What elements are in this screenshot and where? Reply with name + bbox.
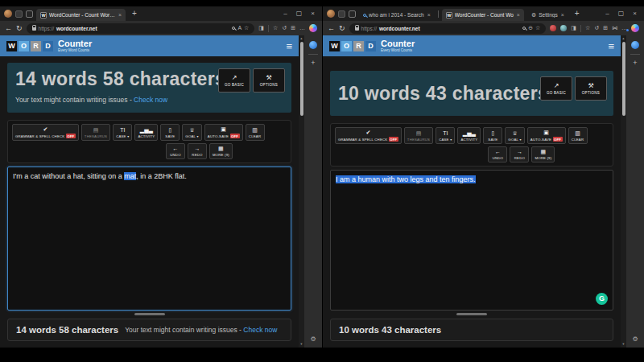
toolbar-button-more[interactable]: ▦MORE (9) <box>209 143 233 159</box>
copilot-icon[interactable] <box>309 24 317 32</box>
scroll-down-icon[interactable]: ▾ <box>300 343 302 347</box>
toolbar-button-undo[interactable]: ←UNDO <box>488 146 507 162</box>
tab-close-icon[interactable]: × <box>118 12 122 18</box>
favorites-icon[interactable]: ☆ <box>585 25 590 31</box>
tab-wordcounter[interactable]: W WordCounter - Count Wo × <box>442 9 524 21</box>
refresh-icon[interactable]: ↻ <box>16 25 23 32</box>
more-menu-icon[interactable]: … <box>299 25 305 31</box>
scroll-up-icon[interactable]: ▴ <box>622 37 624 41</box>
workspaces-icon[interactable] <box>15 10 23 18</box>
tab-settings[interactable]: ⚙ Settings × <box>527 9 568 21</box>
sidebar-settings-icon[interactable]: ⚙ <box>632 336 638 343</box>
back-icon[interactable]: ← <box>328 25 335 32</box>
bing-sidebar-icon[interactable] <box>309 41 317 49</box>
profile-avatar[interactable] <box>4 10 12 18</box>
tab-actions-icon[interactable] <box>349 10 356 18</box>
tab-close-icon[interactable]: × <box>517 12 520 18</box>
go-basic-button[interactable]: ↗ GO BASIC <box>540 76 572 101</box>
new-tab-button[interactable]: + <box>132 10 137 18</box>
toolbar-button-save[interactable]: ▯SAVE <box>483 127 502 144</box>
go-basic-button[interactable]: ↗ GO BASIC <box>218 68 250 93</box>
toolbar-button-clear[interactable]: ▥CLEAR <box>568 127 588 144</box>
toolbar-button-auto-save[interactable]: ▣AUTO-SAVEOFF <box>527 127 566 144</box>
toolbar-button-grammar-spell-check[interactable]: ✔GRAMMAR & SPELL CHECKOFF <box>335 127 402 144</box>
page-scrollbar[interactable]: ▴ ▾ <box>621 35 626 348</box>
minimize-button[interactable]: – <box>280 6 291 21</box>
favorite-star-icon[interactable]: ☆ <box>244 25 249 31</box>
adblock-extension-icon[interactable] <box>550 25 556 31</box>
split-screen-icon[interactable]: ◨ <box>258 25 264 31</box>
page-scrollbar[interactable]: ▴ ▾ <box>299 35 304 348</box>
copilot-icon[interactable] <box>631 24 639 32</box>
bing-sidebar-icon[interactable] <box>631 41 639 49</box>
toolbar-button-thesaurus[interactable]: ▤THESAURUS <box>404 127 433 144</box>
address-bar[interactable]: https:// wordcounter.net ⊖ ☆ <box>349 23 547 34</box>
history-icon[interactable]: ↺ <box>282 25 287 31</box>
tab-close-icon[interactable]: × <box>561 12 564 18</box>
resize-handle[interactable] <box>456 313 487 315</box>
scrollbar-thumb[interactable] <box>300 42 303 116</box>
maximize-button[interactable]: ▢ <box>616 6 626 21</box>
favorite-star-icon[interactable]: ☆ <box>535 25 540 31</box>
toolbar-button-save[interactable]: ▯SAVE <box>160 124 180 141</box>
toolbar-button-activity[interactable]: ▂▅▃ACTIVITY <box>134 124 158 141</box>
scroll-down-icon[interactable]: ▾ <box>622 343 624 347</box>
sidebar-add-icon[interactable]: + <box>311 60 315 67</box>
zoom-search-icon[interactable] <box>522 27 526 30</box>
address-bar[interactable]: https:// wordcounter.net A ☆ <box>27 23 255 34</box>
toolbar-button-thesaurus[interactable]: ▤THESAURUS <box>81 124 110 141</box>
toolbar-button-clear[interactable]: ▥CLEAR <box>246 124 265 141</box>
close-button[interactable]: × <box>630 6 640 21</box>
scrollbar-thumb[interactable] <box>622 42 625 116</box>
tab-close-icon[interactable]: × <box>427 12 431 18</box>
back-icon[interactable]: ← <box>5 25 12 32</box>
extension-icon[interactable] <box>560 25 567 31</box>
toolbar-button-auto-save[interactable]: ▣AUTO-SAVEOFF <box>204 124 243 141</box>
tracking-prevention-icon[interactable]: ⊖ <box>528 25 533 31</box>
read-aloud-icon[interactable]: A <box>237 25 242 31</box>
toolbar-button-case[interactable]: TICASE▾ <box>113 124 132 141</box>
toolbar-button-grammar-spell-check[interactable]: ✔GRAMMAR & SPELL CHECKOFF <box>12 124 79 141</box>
toolbar-button-goal[interactable]: ♕GOAL▾ <box>505 127 524 144</box>
zoom-search-icon[interactable] <box>232 27 235 30</box>
refresh-icon[interactable]: ↻ <box>339 25 345 32</box>
toolbar-button-redo[interactable]: →REDO <box>188 143 207 159</box>
hamburger-menu-icon[interactable]: ≡ <box>608 41 614 51</box>
toolbar-button-redo[interactable]: →REDO <box>510 146 529 162</box>
check-now-link[interactable]: Check now <box>134 96 167 104</box>
tab-search[interactable]: who am i 2014 - Search × <box>359 9 435 21</box>
scroll-up-icon[interactable]: ▴ <box>300 37 302 41</box>
toolbar-button-undo[interactable]: ←UNDO <box>166 143 185 159</box>
hamburger-menu-icon[interactable]: ≡ <box>286 41 292 51</box>
footer-check-now-link[interactable]: Check now <box>243 326 277 334</box>
toolbar-button-goal[interactable]: ♕GOAL▾ <box>182 124 201 141</box>
split-screen-icon[interactable]: ◨ <box>571 25 576 31</box>
options-button[interactable]: ⚒ OPTIONS <box>575 76 607 101</box>
text-editor[interactable]: I am a human with two legs and ten finge… <box>330 170 613 311</box>
tab-wordcounter[interactable]: W WordCounter - Count Words & C × <box>36 9 126 21</box>
close-button[interactable]: × <box>308 6 318 21</box>
wordcounter-logo[interactable]: W O R D Counter Every Word Counts <box>329 39 415 52</box>
extensions-icon[interactable]: ⋈ <box>612 25 617 31</box>
maximize-button[interactable]: ▢ <box>294 6 304 21</box>
resize-handle[interactable] <box>134 313 165 315</box>
sidebar-add-icon[interactable]: + <box>633 60 637 67</box>
minimize-button[interactable]: – <box>602 6 613 21</box>
sidebar-settings-icon[interactable]: ⚙ <box>310 336 316 343</box>
collections-icon[interactable]: ⊞ <box>291 25 295 31</box>
tab-actions-icon[interactable] <box>26 10 33 18</box>
favorites-icon[interactable]: ☆ <box>273 25 278 31</box>
grammarly-icon[interactable]: G <box>596 293 608 305</box>
options-button[interactable]: ⚒ OPTIONS <box>253 68 285 93</box>
more-menu-icon[interactable]: … <box>621 25 627 31</box>
history-icon[interactable]: ↺ <box>594 25 599 31</box>
text-editor[interactable]: I'm a cat without a hat, sitting on a ma… <box>7 167 291 311</box>
new-tab-button[interactable]: + <box>575 10 580 18</box>
toolbar-button-case[interactable]: TICASE▾ <box>436 127 455 144</box>
toolbar-button-more[interactable]: ▦MORE (9) <box>531 146 555 162</box>
toolbar-button-activity[interactable]: ▂▅▃ACTIVITY <box>457 127 481 144</box>
collections-icon[interactable]: ⊞ <box>603 25 608 31</box>
profile-avatar[interactable] <box>327 10 335 18</box>
workspaces-icon[interactable] <box>338 10 345 18</box>
wordcounter-logo[interactable]: W O R D Counter Every Word Counts <box>6 39 92 52</box>
